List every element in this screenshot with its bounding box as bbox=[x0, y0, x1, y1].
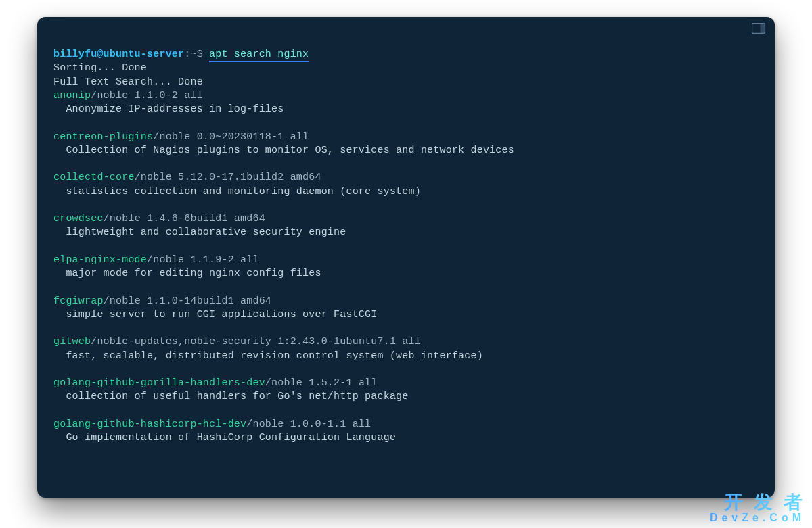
package-description: Go implementation of HashiCorp Configura… bbox=[53, 431, 759, 445]
blank-line bbox=[53, 240, 759, 254]
watermark: 开 发 者 DevZe.CoM bbox=[710, 493, 805, 524]
package-header: elpa-nginx-mode/noble 1.1.9-2 all bbox=[53, 254, 759, 267]
blank-line bbox=[53, 158, 759, 171]
package-description: simple server to run CGI applications ov… bbox=[53, 308, 759, 322]
package-header: centreon-plugins/noble 0.0~20230118-1 al… bbox=[53, 130, 759, 144]
prompt-user-host: billyfu@ubuntu-server bbox=[53, 49, 184, 60]
package-meta: /noble 1.1.0-2 all bbox=[91, 90, 203, 101]
package-meta: /noble 0.0~20230118-1 all bbox=[153, 131, 309, 143]
package-description: collection of useful handlers for Go's n… bbox=[53, 390, 759, 404]
package-meta: /noble 1.4.6-6build1 amd64 bbox=[104, 213, 265, 224]
package-description: major mode for editing nginx config file… bbox=[53, 267, 759, 281]
blank-line bbox=[53, 404, 759, 418]
prompt-dollar: $ bbox=[197, 49, 209, 60]
package-name: crowdsec bbox=[53, 213, 104, 224]
package-header: collectd-core/noble 5.12.0-17.1build2 am… bbox=[53, 171, 759, 185]
prompt-line: billyfu@ubuntu-server:~$ apt search ngin… bbox=[53, 48, 759, 62]
terminal-content[interactable]: billyfu@ubuntu-server:~$ apt search ngin… bbox=[37, 40, 775, 461]
package-header: gitweb/noble-updates,noble-security 1:2.… bbox=[53, 335, 759, 349]
package-name: elpa-nginx-mode bbox=[53, 254, 147, 266]
command-text: apt search nginx bbox=[209, 49, 309, 62]
package-description: fast, scalable, distributed revision con… bbox=[53, 350, 759, 363]
package-description: lightweight and collaborative security e… bbox=[53, 226, 759, 239]
package-meta: /noble 1.1.9-2 all bbox=[147, 254, 259, 266]
package-name: centreon-plugins bbox=[53, 131, 153, 143]
package-meta: /noble 1.1.0-14build1 amd64 bbox=[104, 295, 271, 307]
svg-rect-1 bbox=[761, 24, 765, 34]
blank-line bbox=[53, 281, 759, 294]
output-line: Sorting... Done bbox=[53, 62, 759, 75]
blank-line bbox=[53, 199, 759, 212]
package-header: golang-github-gorilla-handlers-dev/noble… bbox=[53, 377, 759, 390]
package-name: fcgiwrap bbox=[53, 295, 104, 307]
package-description: statistics collection and monitoring dae… bbox=[53, 185, 759, 199]
panel-split-icon bbox=[752, 23, 765, 34]
package-header: crowdsec/noble 1.4.6-6build1 amd64 bbox=[53, 212, 759, 226]
package-header: fcgiwrap/noble 1.1.0-14build1 amd64 bbox=[53, 295, 759, 308]
package-header: anonip/noble 1.1.0-2 all bbox=[53, 89, 759, 103]
watermark-bottom: DevZe.CoM bbox=[710, 512, 805, 524]
package-meta: /noble 1.0.0-1.1 all bbox=[246, 418, 371, 430]
package-name: collectd-core bbox=[53, 172, 135, 183]
package-name: gitweb bbox=[53, 336, 91, 347]
prompt-cwd: ~ bbox=[190, 49, 196, 60]
watermark-top: 开 发 者 bbox=[710, 493, 805, 512]
package-name: golang-github-hashicorp-hcl-dev bbox=[53, 418, 246, 430]
package-header: golang-github-hashicorp-hcl-dev/noble 1.… bbox=[53, 418, 759, 431]
package-description: Anonymize IP-addresses in log-files bbox=[53, 103, 759, 116]
blank-line bbox=[53, 363, 759, 377]
package-meta: /noble 5.12.0-17.1build2 amd64 bbox=[135, 172, 321, 183]
package-name: golang-github-gorilla-handlers-dev bbox=[53, 377, 265, 389]
terminal-window[interactable]: billyfu@ubuntu-server:~$ apt search ngin… bbox=[37, 17, 775, 498]
blank-line bbox=[53, 116, 759, 130]
title-bar bbox=[37, 17, 775, 40]
package-description: Collection of Nagios plugins to monitor … bbox=[53, 144, 759, 158]
blank-line bbox=[53, 322, 759, 335]
package-meta: /noble-updates,noble-security 1:2.43.0-1… bbox=[91, 336, 421, 347]
output-line: Full Text Search... Done bbox=[53, 76, 759, 89]
package-meta: /noble 1.5.2-1 all bbox=[265, 377, 378, 389]
package-name: anonip bbox=[53, 90, 91, 101]
